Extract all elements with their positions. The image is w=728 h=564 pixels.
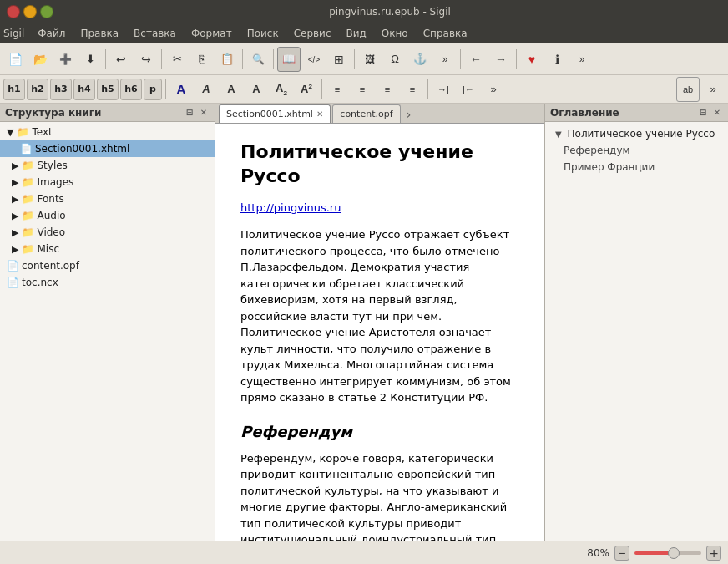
paste-icon — [220, 53, 234, 65]
tree-item-images[interactable]: ▶ 📁 Images — [0, 174, 215, 191]
new-button[interactable] — [3, 47, 27, 72]
menu-help[interactable]: Справка — [417, 26, 474, 41]
indent-button[interactable]: →| — [432, 77, 455, 102]
paragraph-button[interactable]: p — [144, 79, 162, 100]
menu-file[interactable]: Файл — [31, 26, 72, 41]
ab-button[interactable]: ab — [676, 77, 700, 102]
minimize-button[interactable] — [23, 5, 37, 18]
more-format-button[interactable]: » — [482, 77, 505, 102]
back-icon — [470, 53, 482, 66]
menu-tools[interactable]: Сервис — [287, 26, 338, 41]
redo-button[interactable] — [134, 47, 158, 72]
paste-button[interactable] — [215, 47, 239, 72]
tab-label: Section0001.xhtml — [226, 109, 313, 119]
outdent-button[interactable]: |← — [457, 77, 480, 102]
editor-scroll[interactable]: Политическое учение Руссо http://pingvin… — [215, 124, 544, 541]
image-button[interactable] — [358, 47, 382, 72]
menu-window[interactable]: Окно — [375, 26, 415, 41]
close-button[interactable] — [7, 5, 20, 18]
align-justify-button[interactable]: ≡ — [401, 77, 424, 102]
strikethrough-button[interactable]: A — [245, 77, 268, 102]
book-tree: ▼ 📁 Text 📄 Section0001.xhtml ▶ 📁 Styles … — [0, 122, 215, 541]
more-right-icon: » — [710, 83, 715, 95]
h4-button[interactable]: h4 — [73, 79, 95, 100]
titlebar: pingvinus.ru.epub - Sigil — [0, 0, 728, 23]
open-button[interactable] — [28, 47, 52, 72]
panel-float-icon[interactable]: ⊟ — [184, 107, 195, 119]
special-char-button[interactable] — [383, 47, 407, 72]
more-button[interactable] — [433, 47, 457, 72]
strikethrough-icon: A — [252, 83, 260, 95]
tree-item-text[interactable]: ▼ 📁 Text — [0, 124, 215, 140]
tree-item-fonts[interactable]: ▶ 📁 Fonts — [0, 191, 215, 207]
menu-search[interactable]: Поиск — [240, 26, 286, 41]
tab-scroll-right[interactable]: › — [402, 108, 416, 121]
tree-item-styles[interactable]: ▶ 📁 Styles — [0, 157, 215, 174]
toc-item-1[interactable]: ▼ Политическое учение Руссо — [545, 125, 728, 142]
anchor-button[interactable] — [408, 47, 432, 72]
tree-item-toc-ncx[interactable]: 📄 toc.ncx — [0, 274, 215, 291]
favorite-button[interactable] — [520, 47, 543, 72]
add-button[interactable] — [53, 47, 77, 72]
image-icon — [365, 53, 375, 65]
align-center-button[interactable]: ≡ — [351, 77, 374, 102]
subscript-button[interactable]: A2 — [270, 77, 293, 102]
panel-close-icon[interactable]: ✕ — [198, 107, 210, 119]
undo-button[interactable] — [109, 47, 133, 72]
copy-button[interactable] — [190, 47, 214, 72]
h5-button[interactable]: h5 — [97, 79, 119, 100]
subscript-icon: A2 — [276, 82, 287, 97]
forward-button[interactable] — [489, 47, 513, 72]
toc-item-2[interactable]: Референдум — [545, 142, 728, 159]
menubar: Sigil Файл Правка Вставка Формат Поиск С… — [0, 23, 728, 43]
tree-item-section0001[interactable]: 📄 Section0001.xhtml — [0, 140, 215, 157]
menu-view[interactable]: Вид — [340, 26, 373, 41]
toc-controls[interactable]: ⊟ ✕ — [697, 107, 723, 119]
tree-item-video[interactable]: ▶ 📁 Video — [0, 224, 215, 241]
align-left-button[interactable]: ≡ — [326, 77, 349, 102]
tree-item-misc[interactable]: ▶ 📁 Misc — [0, 241, 215, 257]
toc-item-3[interactable]: Пример Франции — [545, 159, 728, 175]
tree-label: content.opf — [22, 260, 79, 272]
more-right-button[interactable]: » — [701, 77, 725, 102]
tab-section0001[interactable]: Section0001.xhtml ✕ — [219, 104, 331, 123]
zoom-slider[interactable] — [634, 551, 701, 555]
toc-float-icon[interactable]: ⊟ — [697, 107, 709, 119]
more2-button[interactable] — [570, 47, 594, 72]
panel-controls[interactable]: ⊟ ✕ — [184, 107, 210, 119]
cut-button[interactable] — [165, 47, 189, 72]
underline-button[interactable]: A — [220, 77, 243, 102]
window-controls[interactable] — [7, 5, 53, 18]
bold-button[interactable]: A — [169, 77, 193, 102]
h3-button[interactable]: h3 — [50, 79, 72, 100]
italic-button[interactable]: A — [195, 77, 218, 102]
align-right-button[interactable]: ≡ — [376, 77, 399, 102]
menu-format[interactable]: Формат — [185, 26, 239, 41]
format-toolbar: h1 h2 h3 h4 h5 h6 p A A A A A2 A2 ≡ ≡ ≡ … — [0, 75, 728, 104]
code-view-button[interactable] — [302, 47, 326, 72]
superscript-button[interactable]: A2 — [295, 77, 318, 102]
back-button[interactable] — [464, 47, 488, 72]
zoom-out-button[interactable]: − — [614, 546, 629, 561]
h2-button[interactable]: h2 — [27, 79, 48, 100]
editor-wrapper: Политическое учение Руссо http://pingvin… — [215, 124, 544, 541]
menu-insert[interactable]: Вставка — [127, 26, 183, 41]
tree-item-audio[interactable]: ▶ 📁 Audio — [0, 207, 215, 224]
tab-content-opf[interactable]: content.opf — [332, 104, 400, 123]
maximize-button[interactable] — [40, 5, 53, 18]
tree-item-content-opf[interactable]: 📄 content.opf — [0, 257, 215, 274]
h1-button[interactable]: h1 — [3, 79, 25, 100]
menu-edit[interactable]: Правка — [73, 26, 125, 41]
tree-label: Text — [32, 126, 52, 138]
book-view-button[interactable] — [277, 47, 301, 72]
zoom-in-button[interactable]: + — [706, 546, 721, 561]
undo-icon — [116, 53, 126, 66]
info-button[interactable] — [545, 47, 569, 72]
tab-close-section0001[interactable]: ✕ — [316, 109, 323, 119]
content-link[interactable]: http://pingvinus.ru — [240, 201, 341, 214]
meta-button[interactable] — [327, 47, 351, 72]
find-button[interactable] — [246, 47, 270, 72]
save-button[interactable] — [78, 47, 102, 72]
h6-button[interactable]: h6 — [120, 79, 142, 100]
toc-close-icon[interactable]: ✕ — [711, 107, 723, 119]
